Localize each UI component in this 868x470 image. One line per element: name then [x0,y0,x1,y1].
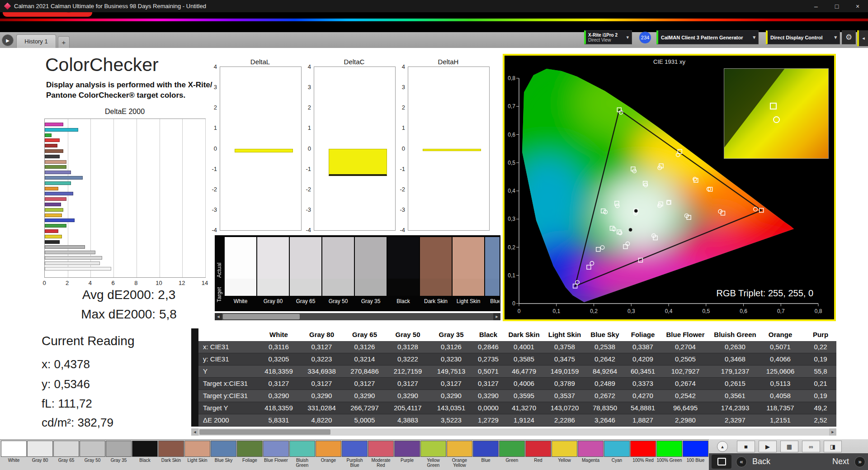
pattern-button[interactable]: Black [132,441,158,470]
panel-handle-button[interactable]: ◂ [857,30,868,46]
scrollbar-thumb[interactable] [223,314,300,319]
gridline [182,119,183,277]
pattern-color [211,441,236,457]
pattern-generator-dropdown[interactable]: CalMAN Client 3 Pattern Generator ▾ [656,30,759,44]
pattern-button[interactable]: Bluish Green [289,441,315,470]
deltae-bar [45,192,73,195]
pattern-button[interactable]: 100% Red [630,441,656,470]
tab-history-1[interactable]: History 1 [16,34,56,48]
pattern-button[interactable]: Gray 65 [53,441,79,470]
table-scrollbar[interactable]: ◄ ► [191,428,836,436]
pattern-button[interactable]: 100% Green [656,441,682,470]
table-header-cell: Gray 80 [300,328,343,341]
delta-bar [423,149,481,151]
pattern-color [132,441,158,457]
svg-text:0,8: 0,8 [508,75,515,81]
pattern-button[interactable]: Orange [316,441,341,470]
swatch-label: Gray 80 [257,296,289,307]
scroll-right-icon[interactable]: ► [493,313,500,320]
axis-tick-label: 12 [176,280,187,286]
pattern-button[interactable]: Red [525,441,551,470]
pattern-button[interactable]: Moderate Red [368,441,394,470]
pattern-button[interactable]: Foliage [237,441,263,470]
window-mode-button[interactable]: ◨ [824,441,842,452]
delta-bar [235,149,293,152]
play-button[interactable]: ▶ [759,441,777,452]
target-swatch [355,279,387,296]
axis-tick-label: 0 [308,145,311,152]
history-nav-button[interactable]: ▶ [2,34,14,46]
pattern-button[interactable]: White [1,441,27,470]
pattern-button[interactable]: Blue [473,441,499,470]
pattern-button[interactable]: 100 Blue [683,441,708,470]
expand-up-button[interactable]: ▴ [717,441,728,452]
deltae-bar [45,240,60,244]
table-value-cell: 0,3214 [343,353,386,365]
pattern-button[interactable]: Gray 35 [106,441,132,470]
pattern-button[interactable]: Magenta [578,441,604,470]
pattern-label: Bluish Green [289,457,315,469]
pattern-label: Gray 50 [80,457,105,469]
pattern-label: Blue [473,457,499,469]
actual-swatch [225,237,256,279]
pattern-button[interactable]: Gray 50 [80,441,105,470]
pattern-button[interactable]: Cyan [604,441,630,470]
stop-button[interactable]: ■ [737,441,755,452]
pattern-label: Yellow [552,457,577,469]
table-value-cell: 41,3270 [504,402,544,414]
maximize-button[interactable]: □ [826,0,847,12]
pattern-button[interactable]: Orange Yellow [447,441,472,470]
pattern-button[interactable]: Purplish Blue [342,441,368,470]
scrollbar-thumb[interactable] [199,429,330,435]
row-label-cell: Y [198,366,257,377]
loop-button[interactable]: ∞ [802,441,820,452]
axis-tick-label: -4 [400,227,405,233]
settings-gear-button[interactable]: ⚙ [842,30,856,44]
pattern-button[interactable]: Yellow Green [420,441,446,470]
pattern-button[interactable]: Purple [394,441,420,470]
back-button[interactable]: « Back [736,455,795,469]
table-value-cell: 0,2538 [585,341,625,353]
swatch-cell: Gray 65 [290,237,321,309]
table-value-cell: 0,5071 [473,366,504,377]
pattern-label: Cyan [604,457,630,469]
close-button[interactable]: × [847,0,868,12]
table-value-cell: 334,6938 [300,366,343,377]
pattern-button[interactable]: Gray 80 [27,441,53,470]
table-value-cell: 2,2980 [661,414,710,426]
scroll-right-icon[interactable]: ► [829,428,836,436]
table-header-cell: Blue Flower [661,328,710,341]
pattern-preview-button[interactable] [712,455,731,469]
add-tab-button[interactable]: + [58,36,70,48]
next-button[interactable]: Next » [799,455,865,469]
minimize-button[interactable]: – [806,0,826,12]
next-chevron-icon: » [854,456,865,467]
pattern-label: Light Skin [184,457,210,469]
pattern-button[interactable]: Light Skin [184,441,210,470]
table-header-cell: Dark Skin [504,328,544,341]
page-subtitle-line2: Pantone ColorChecker® target colors. [46,91,185,100]
pattern-button[interactable]: Green [499,441,525,470]
logo-bar [0,12,868,32]
swatch-strip-scrollbar[interactable]: ◄ ► [215,313,500,320]
scroll-left-icon[interactable]: ◄ [215,313,222,320]
svg-text:0: 0 [512,300,515,307]
display-control-dropdown[interactable]: Direct Display Control ▾ [766,30,840,44]
pattern-button[interactable]: Blue Flower [263,441,289,470]
meter-dropdown[interactable]: X-Rite i1Pro 2 Direct View ▾ [584,30,632,44]
target-swatch [322,279,354,296]
swatch-cell: White [225,237,256,309]
pattern-button[interactable]: Blue Sky [211,441,236,470]
chevron-down-icon: ▾ [626,34,629,40]
table-value-cell: 0,4001 [504,341,544,353]
pattern-swatch-list: WhiteGray 80Gray 65Gray 50Gray 35BlackDa… [1,441,709,470]
table-header-cell [198,328,257,341]
scroll-left-icon[interactable]: ◄ [191,428,198,436]
table-value-cell: 0,3290 [473,390,504,402]
pattern-button[interactable]: Dark Skin [158,441,184,470]
swatch-cell: Gray 35 [355,237,387,309]
pattern-button[interactable]: Yellow [552,441,577,470]
pattern-color [630,441,656,457]
pattern-label: Gray 35 [106,457,132,469]
grid-button[interactable]: ▦ [780,441,798,452]
